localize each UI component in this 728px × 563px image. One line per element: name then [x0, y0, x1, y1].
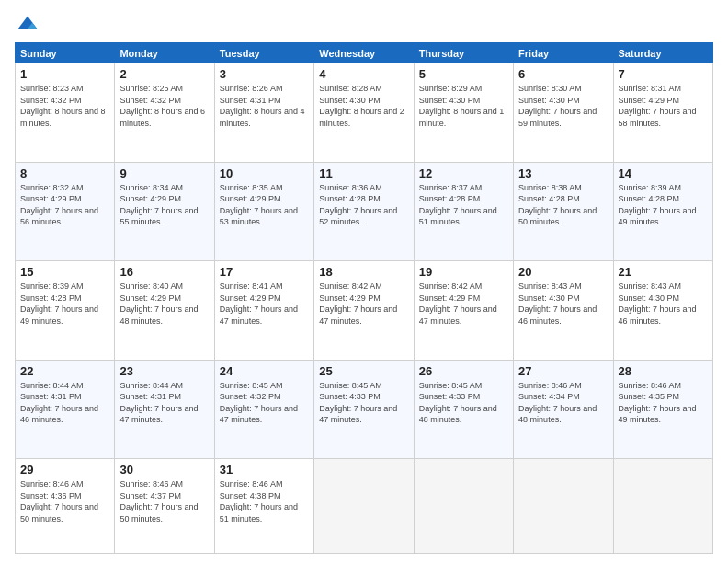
- calendar-cell: 1 Sunrise: 8:23 AMSunset: 4:32 PMDayligh…: [16, 63, 115, 163]
- calendar-header-friday: Friday: [514, 43, 613, 63]
- day-info: Sunrise: 8:30 AMSunset: 4:30 PMDaylight:…: [518, 84, 597, 128]
- day-number: 4: [319, 67, 408, 81]
- calendar-cell: 2 Sunrise: 8:25 AMSunset: 4:32 PMDayligh…: [115, 63, 214, 163]
- day-info: Sunrise: 8:36 AMSunset: 4:28 PMDaylight:…: [319, 183, 397, 227]
- calendar-cell: [514, 459, 613, 554]
- day-info: Sunrise: 8:32 AMSunset: 4:29 PMDaylight:…: [20, 183, 98, 227]
- logo: [15, 13, 44, 39]
- calendar-table: SundayMondayTuesdayWednesdayThursdayFrid…: [15, 42, 713, 554]
- calendar-header-saturday: Saturday: [613, 43, 712, 63]
- day-number: 10: [220, 167, 309, 180]
- calendar-header-row: SundayMondayTuesdayWednesdayThursdayFrid…: [16, 43, 713, 63]
- calendar-cell: 11 Sunrise: 8:36 AMSunset: 4:28 PMDaylig…: [314, 162, 414, 261]
- day-number: 19: [419, 265, 508, 279]
- calendar-cell: 27 Sunrise: 8:46 AMSunset: 4:34 PMDaylig…: [514, 360, 613, 459]
- calendar-cell: 5 Sunrise: 8:29 AMSunset: 4:30 PMDayligh…: [414, 63, 513, 163]
- day-number: 13: [518, 167, 608, 180]
- day-info: Sunrise: 8:39 AMSunset: 4:28 PMDaylight:…: [20, 282, 98, 326]
- day-info: Sunrise: 8:29 AMSunset: 4:30 PMDaylight:…: [419, 84, 505, 128]
- day-number: 29: [20, 463, 109, 477]
- day-info: Sunrise: 8:42 AMSunset: 4:29 PMDaylight:…: [419, 282, 497, 326]
- day-info: Sunrise: 8:44 AMSunset: 4:31 PMDaylight:…: [20, 381, 98, 425]
- day-info: Sunrise: 8:31 AMSunset: 4:29 PMDaylight:…: [619, 84, 697, 128]
- calendar-cell: 23 Sunrise: 8:44 AMSunset: 4:31 PMDaylig…: [115, 360, 214, 459]
- calendar-cell: 10 Sunrise: 8:35 AMSunset: 4:29 PMDaylig…: [214, 162, 313, 261]
- calendar-cell: 17 Sunrise: 8:41 AMSunset: 4:29 PMDaylig…: [214, 261, 313, 361]
- calendar-cell: 29 Sunrise: 8:46 AMSunset: 4:36 PMDaylig…: [16, 459, 115, 554]
- day-info: Sunrise: 8:46 AMSunset: 4:38 PMDaylight:…: [220, 479, 298, 523]
- day-info: Sunrise: 8:26 AMSunset: 4:31 PMDaylight:…: [220, 84, 305, 128]
- day-number: 9: [119, 167, 209, 180]
- calendar-cell: [314, 459, 414, 554]
- page: SundayMondayTuesdayWednesdayThursdayFrid…: [0, 0, 728, 563]
- calendar-cell: 16 Sunrise: 8:40 AMSunset: 4:29 PMDaylig…: [115, 261, 214, 361]
- calendar-cell: 25 Sunrise: 8:45 AMSunset: 4:33 PMDaylig…: [314, 360, 414, 459]
- day-info: Sunrise: 8:39 AMSunset: 4:28 PMDaylight:…: [619, 183, 697, 227]
- day-number: 2: [119, 67, 209, 81]
- day-info: Sunrise: 8:42 AMSunset: 4:29 PMDaylight:…: [319, 282, 397, 326]
- calendar-cell: [613, 459, 712, 554]
- day-number: 18: [319, 265, 408, 279]
- calendar-cell: 12 Sunrise: 8:37 AMSunset: 4:28 PMDaylig…: [414, 162, 513, 261]
- day-number: 8: [20, 167, 109, 180]
- calendar-cell: 13 Sunrise: 8:38 AMSunset: 4:28 PMDaylig…: [514, 162, 613, 261]
- day-number: 5: [419, 67, 508, 81]
- calendar-cell: 22 Sunrise: 8:44 AMSunset: 4:31 PMDaylig…: [16, 360, 115, 459]
- calendar-cell: 18 Sunrise: 8:42 AMSunset: 4:29 PMDaylig…: [314, 261, 414, 361]
- day-info: Sunrise: 8:25 AMSunset: 4:32 PMDaylight:…: [119, 84, 205, 128]
- day-number: 1: [20, 67, 109, 81]
- day-number: 16: [119, 265, 209, 279]
- day-info: Sunrise: 8:38 AMSunset: 4:28 PMDaylight:…: [518, 183, 597, 227]
- calendar-cell: 21 Sunrise: 8:43 AMSunset: 4:30 PMDaylig…: [613, 261, 712, 361]
- day-info: Sunrise: 8:46 AMSunset: 4:35 PMDaylight:…: [619, 381, 697, 425]
- day-info: Sunrise: 8:28 AMSunset: 4:30 PMDaylight:…: [319, 84, 404, 128]
- day-number: 25: [319, 364, 408, 378]
- day-number: 3: [220, 67, 309, 81]
- calendar-cell: 8 Sunrise: 8:32 AMSunset: 4:29 PMDayligh…: [16, 162, 115, 261]
- day-number: 27: [518, 364, 608, 378]
- day-info: Sunrise: 8:45 AMSunset: 4:33 PMDaylight:…: [319, 381, 397, 425]
- calendar-header-thursday: Thursday: [414, 43, 513, 63]
- day-number: 22: [20, 364, 109, 378]
- calendar-cell: 14 Sunrise: 8:39 AMSunset: 4:28 PMDaylig…: [613, 162, 712, 261]
- calendar-cell: 15 Sunrise: 8:39 AMSunset: 4:28 PMDaylig…: [16, 261, 115, 361]
- calendar-cell: 30 Sunrise: 8:46 AMSunset: 4:37 PMDaylig…: [115, 459, 214, 554]
- day-info: Sunrise: 8:34 AMSunset: 4:29 PMDaylight:…: [119, 183, 198, 227]
- day-info: Sunrise: 8:44 AMSunset: 4:31 PMDaylight:…: [119, 381, 198, 425]
- day-number: 21: [619, 265, 708, 279]
- day-info: Sunrise: 8:43 AMSunset: 4:30 PMDaylight:…: [619, 282, 697, 326]
- day-number: 7: [619, 67, 708, 81]
- day-info: Sunrise: 8:43 AMSunset: 4:30 PMDaylight:…: [518, 282, 597, 326]
- calendar-header-tuesday: Tuesday: [214, 43, 313, 63]
- calendar-cell: 4 Sunrise: 8:28 AMSunset: 4:30 PMDayligh…: [314, 63, 414, 163]
- day-number: 6: [518, 67, 608, 81]
- day-number: 30: [119, 463, 209, 477]
- day-number: 26: [419, 364, 508, 378]
- day-info: Sunrise: 8:41 AMSunset: 4:29 PMDaylight:…: [220, 282, 298, 326]
- header: [15, 13, 713, 39]
- calendar-cell: 26 Sunrise: 8:45 AMSunset: 4:33 PMDaylig…: [414, 360, 513, 459]
- calendar-cell: [414, 459, 513, 554]
- calendar-cell: 24 Sunrise: 8:45 AMSunset: 4:32 PMDaylig…: [214, 360, 313, 459]
- day-number: 28: [619, 364, 708, 378]
- day-number: 11: [319, 167, 408, 180]
- day-info: Sunrise: 8:45 AMSunset: 4:32 PMDaylight:…: [220, 381, 298, 425]
- calendar-cell: 28 Sunrise: 8:46 AMSunset: 4:35 PMDaylig…: [613, 360, 712, 459]
- day-info: Sunrise: 8:46 AMSunset: 4:36 PMDaylight:…: [20, 479, 98, 523]
- day-info: Sunrise: 8:40 AMSunset: 4:29 PMDaylight:…: [119, 282, 198, 326]
- calendar-cell: 7 Sunrise: 8:31 AMSunset: 4:29 PMDayligh…: [613, 63, 712, 163]
- calendar-cell: 9 Sunrise: 8:34 AMSunset: 4:29 PMDayligh…: [115, 162, 214, 261]
- day-number: 20: [518, 265, 608, 279]
- day-info: Sunrise: 8:46 AMSunset: 4:34 PMDaylight:…: [518, 381, 597, 425]
- day-number: 31: [220, 463, 309, 477]
- day-info: Sunrise: 8:45 AMSunset: 4:33 PMDaylight:…: [419, 381, 497, 425]
- calendar-header-wednesday: Wednesday: [314, 43, 414, 63]
- calendar-cell: 19 Sunrise: 8:42 AMSunset: 4:29 PMDaylig…: [414, 261, 513, 361]
- day-number: 23: [119, 364, 209, 378]
- logo-icon: [15, 13, 40, 39]
- calendar-cell: 31 Sunrise: 8:46 AMSunset: 4:38 PMDaylig…: [214, 459, 313, 554]
- calendar-cell: 3 Sunrise: 8:26 AMSunset: 4:31 PMDayligh…: [214, 63, 313, 163]
- day-number: 24: [220, 364, 309, 378]
- day-number: 17: [220, 265, 309, 279]
- day-number: 14: [619, 167, 708, 180]
